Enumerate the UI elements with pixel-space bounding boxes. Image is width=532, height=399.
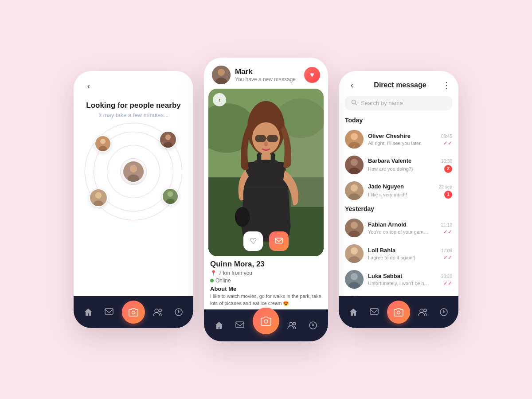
message-body: Loli Bahia 17:08 I agree to do it again!… [368, 247, 452, 261]
profile-distance: 📍 7 km from you [210, 270, 322, 276]
svg-point-17 [155, 309, 158, 313]
svg-marker-20 [178, 309, 180, 313]
header-avatar [212, 66, 231, 84]
nav-home-1[interactable] [80, 304, 96, 320]
svg-line-47 [356, 104, 357, 106]
message-item[interactable]: Mika Schneider 02:07 I hope no one saw u… [339, 292, 458, 296]
search-box[interactable]: Search by name [345, 96, 452, 110]
svg-point-61 [351, 247, 358, 254]
nav-people-1[interactable] [150, 304, 166, 320]
like-button[interactable]: ♡ [243, 231, 263, 251]
contact-name: Fabian Arnold [368, 221, 407, 228]
message-body: Fabian Arnold 21:10 You're on top of you… [368, 221, 452, 235]
svg-point-4 [100, 139, 106, 144]
message-name-row: Luka Sabbat 20:20 [368, 273, 452, 279]
avatar-top-right[interactable] [159, 131, 177, 149]
search-input[interactable]: Search by name [361, 100, 403, 106]
svg-point-52 [351, 159, 358, 166]
message-preview: How are you doing?) [368, 166, 413, 172]
nav-home-2[interactable] [211, 317, 227, 333]
message-preview-row: I like it very much! 1 [368, 191, 452, 199]
about-text: I like to watch movies, go for walks in … [210, 293, 322, 307]
heart-button[interactable]: ♥ [304, 67, 320, 83]
svg-point-10 [95, 192, 102, 198]
nav-home-3[interactable] [345, 304, 361, 320]
header-status: You have a new message [235, 76, 296, 82]
bottom-nav-2 [204, 309, 328, 341]
nav-people-2[interactable] [284, 317, 300, 333]
more-options-button[interactable]: ⋮ [442, 81, 451, 90]
svg-point-18 [159, 309, 161, 312]
svg-point-43 [293, 322, 296, 325]
online-indicator [210, 279, 214, 282]
contact-name: Barbara Valente [368, 157, 411, 164]
avatar-center[interactable] [122, 160, 145, 183]
message-preview: All right, I'll see you later. [368, 141, 422, 146]
message-time: 20:20 [441, 274, 452, 279]
message-item[interactable]: Jade Nguyen 22 sep I like it very much! … [339, 178, 458, 203]
phone1-header: ‹ [74, 71, 193, 97]
back-button[interactable]: ‹ [82, 80, 95, 92]
nearby-subtitle: It may take a few minutes... [98, 112, 168, 118]
nav-camera-2[interactable] [253, 308, 279, 334]
avatar-bottom-left[interactable] [89, 188, 108, 207]
read-check: ✓✓ [443, 280, 452, 286]
svg-point-46 [352, 100, 356, 104]
nav-message-1[interactable] [101, 304, 117, 320]
message-item[interactable]: Barbara Valente 10:30 How are you doing?… [339, 152, 458, 178]
message-button[interactable] [269, 231, 289, 251]
nav-camera-3[interactable] [387, 301, 410, 324]
svg-point-55 [351, 184, 358, 192]
dm-title: Direct message [374, 81, 426, 89]
svg-rect-32 [267, 135, 278, 142]
message-name-row: Oliver Cheshire 08:45 [368, 133, 452, 139]
nav-compass-3[interactable] [436, 304, 452, 320]
message-item[interactable]: Luka Sabbat 20:20 Unfortunately, I won't… [339, 266, 458, 292]
message-preview: I like it very much! [368, 192, 407, 197]
svg-point-7 [165, 134, 171, 140]
user-info-header: Mark You have a new message [212, 66, 304, 84]
message-preview: Unfortunately, I won't be here today. [368, 281, 430, 286]
profile-photo-area: ‹ ♡ [208, 89, 324, 256]
read-check: ✓✓ [443, 254, 452, 261]
phone-messages: ‹ Direct message ⋮ Search by name Today … [339, 71, 458, 328]
bottom-nav-1 [74, 296, 193, 328]
photo-back-arrow[interactable]: ‹ [213, 93, 226, 106]
svg-rect-31 [255, 135, 266, 142]
message-item[interactable]: Loli Bahia 17:08 I agree to do it again!… [339, 241, 458, 266]
phone-nearby: ‹ Looking for people nearby It may take … [74, 71, 193, 328]
nav-people-3[interactable] [415, 304, 431, 320]
nearby-title: Looking for people nearby [86, 101, 180, 110]
nav-camera-1[interactable] [122, 301, 145, 324]
avatar-top-left[interactable] [94, 135, 111, 152]
message-time: 22 sep [439, 184, 452, 189]
message-avatar [345, 219, 364, 237]
message-list: Oliver Cheshire 08:45 All right, I'll se… [339, 126, 458, 296]
nav-message-2[interactable] [232, 317, 248, 333]
message-item[interactable]: Oliver Cheshire 08:45 All right, I'll se… [339, 126, 458, 152]
phones-container: ‹ Looking for people nearby It may take … [74, 40, 458, 359]
nav-compass-1[interactable] [171, 304, 187, 320]
message-body: Jade Nguyen 22 sep I like it very much! … [368, 183, 452, 199]
contact-name: Luka Sabbat [368, 273, 402, 279]
nav-compass-2[interactable] [305, 317, 321, 333]
svg-point-70 [397, 311, 400, 314]
message-body: Luka Sabbat 20:20 Unfortunately, I won't… [368, 273, 452, 286]
profile-info: Quinn Mora, 23 📍 7 km from you Online Ab… [204, 256, 328, 309]
avatar-bottom-right[interactable] [162, 188, 179, 205]
about-title: About Me [210, 286, 322, 292]
svg-point-58 [351, 222, 358, 229]
nav-message-3[interactable] [366, 304, 382, 320]
svg-rect-37 [271, 153, 275, 163]
message-item[interactable]: Fabian Arnold 21:10 You're on top of you… [339, 215, 458, 241]
svg-rect-69 [370, 309, 378, 314]
header-user-text: Mark You have a new message [235, 67, 296, 82]
svg-point-64 [351, 273, 358, 280]
bottom-nav-3 [339, 296, 458, 328]
message-time: 08:45 [441, 134, 452, 139]
svg-point-1 [130, 165, 137, 172]
back-button-3[interactable]: ‹ [346, 79, 358, 91]
svg-point-49 [351, 133, 358, 140]
read-check: ✓✓ [443, 229, 452, 235]
profile-online: Online [210, 278, 322, 284]
